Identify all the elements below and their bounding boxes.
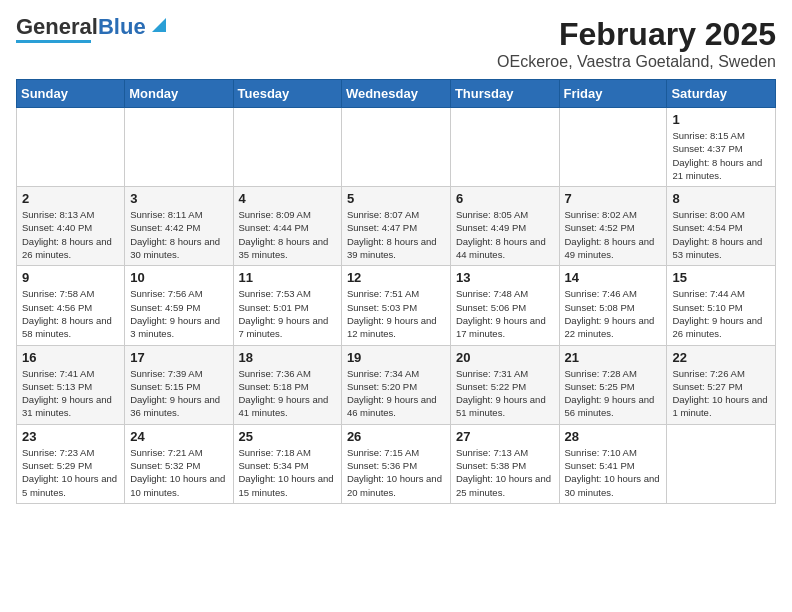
- calendar-cell: 22Sunrise: 7:26 AM Sunset: 5:27 PM Dayli…: [667, 345, 776, 424]
- cell-info-text: Sunrise: 7:53 AM Sunset: 5:01 PM Dayligh…: [239, 287, 336, 340]
- cell-date-number: 6: [456, 191, 554, 206]
- calendar-cell: [450, 108, 559, 187]
- calendar-cell: [125, 108, 233, 187]
- calendar-table: SundayMondayTuesdayWednesdayThursdayFrid…: [16, 79, 776, 504]
- calendar-week-row: 2Sunrise: 8:13 AM Sunset: 4:40 PM Daylig…: [17, 187, 776, 266]
- cell-info-text: Sunrise: 7:18 AM Sunset: 5:34 PM Dayligh…: [239, 446, 336, 499]
- calendar-cell: 18Sunrise: 7:36 AM Sunset: 5:18 PM Dayli…: [233, 345, 341, 424]
- cell-date-number: 5: [347, 191, 445, 206]
- cell-date-number: 23: [22, 429, 119, 444]
- cell-date-number: 1: [672, 112, 770, 127]
- calendar-cell: 16Sunrise: 7:41 AM Sunset: 5:13 PM Dayli…: [17, 345, 125, 424]
- cell-info-text: Sunrise: 7:21 AM Sunset: 5:32 PM Dayligh…: [130, 446, 227, 499]
- logo-text: GeneralBlue: [16, 16, 146, 38]
- calendar-header: SundayMondayTuesdayWednesdayThursdayFrid…: [17, 80, 776, 108]
- svg-marker-0: [152, 18, 166, 32]
- cell-info-text: Sunrise: 7:10 AM Sunset: 5:41 PM Dayligh…: [565, 446, 662, 499]
- cell-date-number: 19: [347, 350, 445, 365]
- calendar-cell: 21Sunrise: 7:28 AM Sunset: 5:25 PM Dayli…: [559, 345, 667, 424]
- logo-arrow-icon: [148, 14, 170, 36]
- cell-date-number: 24: [130, 429, 227, 444]
- page-header: GeneralBlue February 2025 OEckeroe, Vaes…: [16, 16, 776, 71]
- cell-date-number: 4: [239, 191, 336, 206]
- calendar-cell: 15Sunrise: 7:44 AM Sunset: 5:10 PM Dayli…: [667, 266, 776, 345]
- cell-info-text: Sunrise: 7:34 AM Sunset: 5:20 PM Dayligh…: [347, 367, 445, 420]
- weekday-header-monday: Monday: [125, 80, 233, 108]
- calendar-week-row: 1Sunrise: 8:15 AM Sunset: 4:37 PM Daylig…: [17, 108, 776, 187]
- calendar-cell: 1Sunrise: 8:15 AM Sunset: 4:37 PM Daylig…: [667, 108, 776, 187]
- weekday-header-wednesday: Wednesday: [341, 80, 450, 108]
- calendar-cell: 10Sunrise: 7:56 AM Sunset: 4:59 PM Dayli…: [125, 266, 233, 345]
- cell-date-number: 11: [239, 270, 336, 285]
- cell-date-number: 8: [672, 191, 770, 206]
- calendar-cell: 17Sunrise: 7:39 AM Sunset: 5:15 PM Dayli…: [125, 345, 233, 424]
- calendar-cell: 11Sunrise: 7:53 AM Sunset: 5:01 PM Dayli…: [233, 266, 341, 345]
- cell-date-number: 13: [456, 270, 554, 285]
- cell-info-text: Sunrise: 8:15 AM Sunset: 4:37 PM Dayligh…: [672, 129, 770, 182]
- weekday-header-thursday: Thursday: [450, 80, 559, 108]
- cell-date-number: 21: [565, 350, 662, 365]
- cell-date-number: 15: [672, 270, 770, 285]
- cell-date-number: 28: [565, 429, 662, 444]
- weekday-header-row: SundayMondayTuesdayWednesdayThursdayFrid…: [17, 80, 776, 108]
- weekday-header-friday: Friday: [559, 80, 667, 108]
- cell-date-number: 18: [239, 350, 336, 365]
- cell-info-text: Sunrise: 7:15 AM Sunset: 5:36 PM Dayligh…: [347, 446, 445, 499]
- calendar-body: 1Sunrise: 8:15 AM Sunset: 4:37 PM Daylig…: [17, 108, 776, 504]
- cell-info-text: Sunrise: 7:48 AM Sunset: 5:06 PM Dayligh…: [456, 287, 554, 340]
- calendar-cell: 14Sunrise: 7:46 AM Sunset: 5:08 PM Dayli…: [559, 266, 667, 345]
- cell-info-text: Sunrise: 7:51 AM Sunset: 5:03 PM Dayligh…: [347, 287, 445, 340]
- month-year-title: February 2025: [497, 16, 776, 53]
- calendar-cell: 7Sunrise: 8:02 AM Sunset: 4:52 PM Daylig…: [559, 187, 667, 266]
- cell-date-number: 7: [565, 191, 662, 206]
- cell-date-number: 10: [130, 270, 227, 285]
- cell-info-text: Sunrise: 8:11 AM Sunset: 4:42 PM Dayligh…: [130, 208, 227, 261]
- cell-date-number: 25: [239, 429, 336, 444]
- cell-info-text: Sunrise: 7:46 AM Sunset: 5:08 PM Dayligh…: [565, 287, 662, 340]
- cell-date-number: 26: [347, 429, 445, 444]
- calendar-cell: [341, 108, 450, 187]
- title-block: February 2025 OEckeroe, Vaestra Goetalan…: [497, 16, 776, 71]
- cell-date-number: 22: [672, 350, 770, 365]
- calendar-cell: 19Sunrise: 7:34 AM Sunset: 5:20 PM Dayli…: [341, 345, 450, 424]
- calendar-cell: 24Sunrise: 7:21 AM Sunset: 5:32 PM Dayli…: [125, 424, 233, 503]
- cell-info-text: Sunrise: 7:44 AM Sunset: 5:10 PM Dayligh…: [672, 287, 770, 340]
- calendar-week-row: 9Sunrise: 7:58 AM Sunset: 4:56 PM Daylig…: [17, 266, 776, 345]
- calendar-cell: 25Sunrise: 7:18 AM Sunset: 5:34 PM Dayli…: [233, 424, 341, 503]
- calendar-cell: 4Sunrise: 8:09 AM Sunset: 4:44 PM Daylig…: [233, 187, 341, 266]
- calendar-cell: 27Sunrise: 7:13 AM Sunset: 5:38 PM Dayli…: [450, 424, 559, 503]
- location-subtitle: OEckeroe, Vaestra Goetaland, Sweden: [497, 53, 776, 71]
- cell-info-text: Sunrise: 8:00 AM Sunset: 4:54 PM Dayligh…: [672, 208, 770, 261]
- cell-info-text: Sunrise: 8:09 AM Sunset: 4:44 PM Dayligh…: [239, 208, 336, 261]
- calendar-cell: 9Sunrise: 7:58 AM Sunset: 4:56 PM Daylig…: [17, 266, 125, 345]
- calendar-cell: 26Sunrise: 7:15 AM Sunset: 5:36 PM Dayli…: [341, 424, 450, 503]
- calendar-cell: [233, 108, 341, 187]
- calendar-cell: [667, 424, 776, 503]
- calendar-cell: 13Sunrise: 7:48 AM Sunset: 5:06 PM Dayli…: [450, 266, 559, 345]
- calendar-cell: 6Sunrise: 8:05 AM Sunset: 4:49 PM Daylig…: [450, 187, 559, 266]
- cell-date-number: 27: [456, 429, 554, 444]
- calendar-cell: 3Sunrise: 8:11 AM Sunset: 4:42 PM Daylig…: [125, 187, 233, 266]
- calendar-cell: 28Sunrise: 7:10 AM Sunset: 5:41 PM Dayli…: [559, 424, 667, 503]
- calendar-cell: 12Sunrise: 7:51 AM Sunset: 5:03 PM Dayli…: [341, 266, 450, 345]
- cell-date-number: 17: [130, 350, 227, 365]
- logo: GeneralBlue: [16, 16, 170, 43]
- cell-info-text: Sunrise: 7:56 AM Sunset: 4:59 PM Dayligh…: [130, 287, 227, 340]
- weekday-header-sunday: Sunday: [17, 80, 125, 108]
- cell-info-text: Sunrise: 8:05 AM Sunset: 4:49 PM Dayligh…: [456, 208, 554, 261]
- cell-info-text: Sunrise: 7:36 AM Sunset: 5:18 PM Dayligh…: [239, 367, 336, 420]
- calendar-cell: [17, 108, 125, 187]
- cell-info-text: Sunrise: 7:39 AM Sunset: 5:15 PM Dayligh…: [130, 367, 227, 420]
- calendar-week-row: 16Sunrise: 7:41 AM Sunset: 5:13 PM Dayli…: [17, 345, 776, 424]
- cell-date-number: 20: [456, 350, 554, 365]
- cell-info-text: Sunrise: 7:13 AM Sunset: 5:38 PM Dayligh…: [456, 446, 554, 499]
- weekday-header-tuesday: Tuesday: [233, 80, 341, 108]
- calendar-cell: [559, 108, 667, 187]
- cell-date-number: 12: [347, 270, 445, 285]
- cell-info-text: Sunrise: 8:02 AM Sunset: 4:52 PM Dayligh…: [565, 208, 662, 261]
- logo-underline: [16, 40, 91, 43]
- calendar-cell: 2Sunrise: 8:13 AM Sunset: 4:40 PM Daylig…: [17, 187, 125, 266]
- calendar-cell: 8Sunrise: 8:00 AM Sunset: 4:54 PM Daylig…: [667, 187, 776, 266]
- cell-info-text: Sunrise: 8:13 AM Sunset: 4:40 PM Dayligh…: [22, 208, 119, 261]
- cell-info-text: Sunrise: 8:07 AM Sunset: 4:47 PM Dayligh…: [347, 208, 445, 261]
